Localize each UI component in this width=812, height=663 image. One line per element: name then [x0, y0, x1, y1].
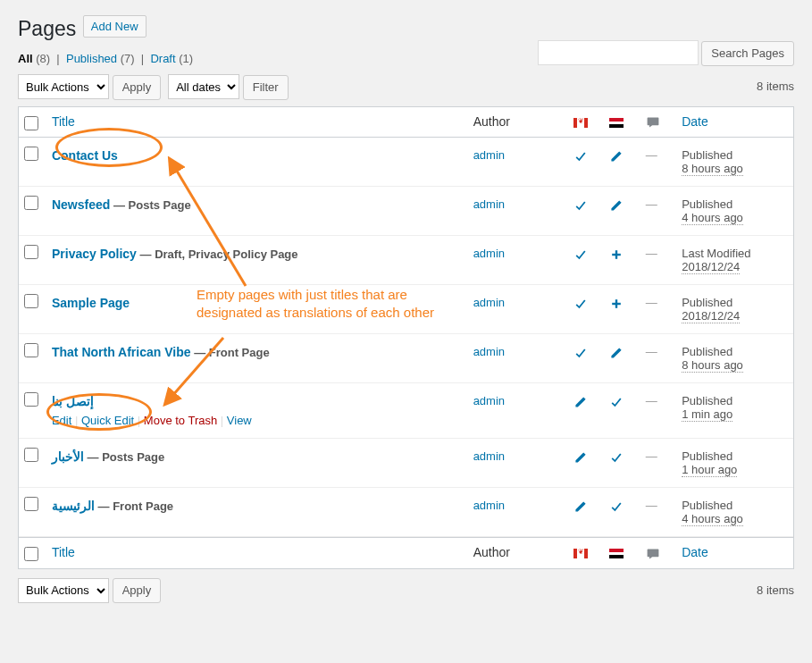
page-title-link[interactable]: الرئيسية — [52, 499, 95, 513]
plus-icon[interactable] — [609, 248, 624, 262]
page-heading: Pages — [18, 9, 76, 45]
publish-time: 4 hours ago — [682, 211, 743, 225]
select-all-bottom[interactable] — [24, 547, 38, 561]
date-filter-select[interactable]: All dates — [168, 74, 239, 99]
pencil-icon[interactable] — [573, 499, 588, 514]
col-title[interactable]: Title — [52, 114, 75, 129]
pencil-icon[interactable] — [609, 346, 624, 360]
post-state: — Posts Page — [110, 198, 190, 212]
table-row: Privacy Policy — Draft, Privacy Policy P… — [19, 236, 793, 285]
table-row: Contact Usadmin—Published8 hours ago — [19, 138, 793, 187]
row-checkbox[interactable] — [24, 343, 38, 357]
author-link[interactable]: admin — [473, 345, 505, 358]
row-checkbox[interactable] — [24, 147, 38, 161]
comments-dash: — — [646, 449, 657, 463]
page-title-link[interactable]: إتصل بنا — [52, 394, 94, 408]
search-input[interactable] — [538, 40, 699, 65]
edit-link[interactable]: Edit — [52, 414, 71, 427]
filter-draft[interactable]: Draft — [150, 52, 175, 65]
table-row: Sample Pageadmin—Published2018/12/24 — [19, 285, 793, 334]
author-link[interactable]: admin — [473, 197, 505, 211]
col-date[interactable]: Date — [682, 114, 708, 129]
publish-status: Published — [682, 197, 732, 211]
page-title-link[interactable]: Newsfeed — [52, 197, 110, 212]
filter-button[interactable]: Filter — [243, 75, 289, 100]
bulk-apply-button-bottom[interactable]: Apply — [113, 578, 162, 603]
page-title-link[interactable]: Contact Us — [52, 148, 118, 163]
publish-time: 2018/12/24 — [682, 309, 740, 323]
col-title-foot[interactable]: Title — [52, 545, 75, 559]
author-link[interactable]: admin — [473, 499, 505, 512]
table-row: Newsfeed — Posts Pageadmin—Published4 ho… — [19, 187, 793, 236]
search-button[interactable]: Search Pages — [701, 41, 794, 66]
comments-dash: — — [646, 394, 657, 407]
add-new-button[interactable]: Add New — [83, 15, 146, 38]
row-actions: Edit | Quick Edit | Move to Trash | View — [52, 414, 456, 427]
view-link[interactable]: View — [227, 414, 252, 427]
check-icon — [573, 297, 588, 311]
pencil-icon[interactable] — [609, 198, 624, 213]
check-icon — [573, 346, 588, 360]
bulk-actions-select-bottom[interactable]: Bulk Actions — [18, 578, 109, 603]
items-count-bottom: 8 items — [757, 578, 794, 603]
filter-all[interactable]: All — [18, 52, 33, 65]
author-link[interactable]: admin — [473, 394, 505, 407]
row-checkbox[interactable] — [24, 245, 38, 259]
row-checkbox[interactable] — [24, 294, 38, 308]
col-author-foot: Author — [465, 537, 565, 567]
publish-status: Published — [682, 345, 732, 358]
flag-eg-icon — [609, 549, 624, 558]
page-title-link[interactable]: That North African Vibe — [52, 345, 191, 359]
pencil-icon[interactable] — [609, 149, 624, 164]
publish-time: 2018/12/24 — [682, 260, 740, 274]
comments-dash: — — [646, 296, 657, 309]
publish-status: Published — [682, 499, 732, 512]
row-checkbox[interactable] — [24, 196, 38, 210]
page-title-link[interactable]: Sample Page — [52, 296, 130, 310]
bulk-actions-select[interactable]: Bulk Actions — [18, 74, 109, 99]
comments-icon — [646, 115, 660, 130]
table-row: الأخبار — Posts Pageadmin—Published1 hou… — [19, 439, 793, 488]
pencil-icon[interactable] — [573, 450, 588, 465]
filter-published[interactable]: Published — [66, 52, 117, 65]
comments-dash: — — [646, 499, 657, 512]
author-link[interactable]: admin — [473, 148, 505, 162]
comments-dash: — — [646, 148, 657, 162]
post-state: — Front Page — [95, 499, 173, 513]
post-state: — Front Page — [191, 346, 270, 359]
comments-dash: — — [646, 247, 657, 260]
author-link[interactable]: admin — [473, 449, 505, 463]
publish-status: Last Modified — [682, 247, 750, 260]
author-link[interactable]: admin — [473, 296, 505, 309]
pages-table: Title Author Date Contact Usadmin—Publis… — [18, 106, 794, 569]
items-count: 8 items — [757, 74, 794, 99]
page-title-link[interactable]: الأخبار — [52, 449, 84, 464]
publish-status: Published — [682, 148, 732, 162]
publish-time: 1 min ago — [682, 407, 732, 422]
flag-ca-icon — [573, 549, 588, 558]
flag-eg-icon — [609, 118, 624, 128]
row-checkbox[interactable] — [24, 497, 38, 511]
row-checkbox[interactable] — [24, 392, 38, 407]
row-checkbox[interactable] — [24, 448, 38, 462]
author-link[interactable]: admin — [473, 247, 505, 260]
trash-link[interactable]: Move to Trash — [144, 414, 217, 427]
flag-ca-icon — [573, 118, 588, 128]
publish-status: Published — [682, 296, 732, 309]
check-icon — [573, 248, 588, 262]
table-row: That North African Vibe — Front Pageadmi… — [19, 334, 793, 383]
pencil-icon[interactable] — [573, 395, 588, 409]
quick-edit-link[interactable]: Quick Edit — [81, 414, 134, 427]
page-title-link[interactable]: Privacy Policy — [52, 247, 137, 261]
check-icon — [609, 499, 624, 514]
post-state: — Draft, Privacy Policy Page — [137, 248, 298, 261]
check-icon — [609, 450, 624, 465]
plus-icon[interactable] — [609, 297, 624, 311]
table-row: إتصل بناEdit | Quick Edit | Move to Tras… — [19, 383, 793, 439]
post-state: — Posts Page — [84, 450, 164, 464]
bulk-apply-button[interactable]: Apply — [113, 75, 162, 100]
publish-time: 1 hour ago — [682, 463, 737, 477]
select-all-top[interactable] — [24, 116, 38, 130]
col-date-foot[interactable]: Date — [682, 545, 708, 559]
check-icon — [573, 149, 588, 164]
